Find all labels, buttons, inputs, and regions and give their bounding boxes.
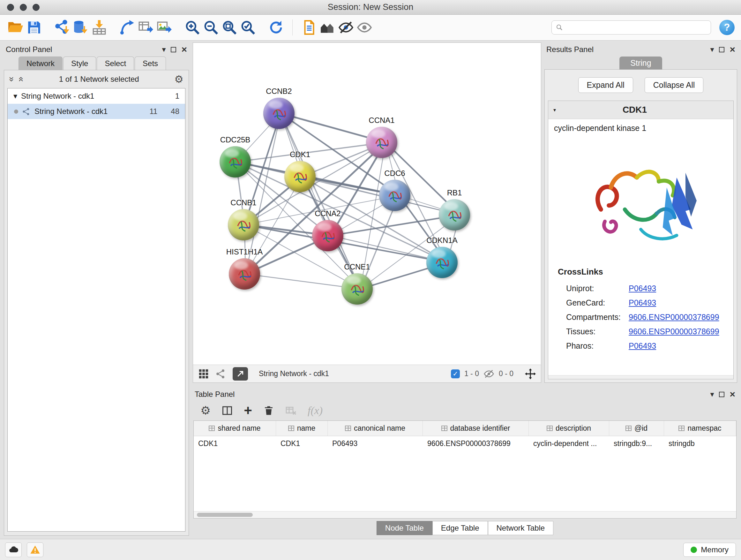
gear-icon[interactable]: ⚙ [174, 74, 184, 84]
birdseye-grid-icon[interactable] [198, 368, 209, 379]
expand-all-button[interactable]: Expand All [578, 77, 633, 93]
hidden-eye-slash-icon[interactable] [483, 368, 494, 379]
export-network-button[interactable] [118, 18, 137, 37]
column-header-namespac[interactable]: namespac [664, 421, 736, 436]
memory-button[interactable]: Memory [683, 543, 736, 557]
zoom-selected-button[interactable] [239, 18, 257, 37]
node-ccna2[interactable] [312, 220, 343, 251]
node-hist1h1a[interactable] [229, 258, 260, 290]
hide-selected-button[interactable] [337, 18, 355, 37]
collapse-all-icon[interactable]: » [7, 77, 16, 82]
table-cell[interactable]: cyclin-dependent ... [529, 436, 609, 451]
close-window-button[interactable] [7, 4, 14, 11]
network-row-selected[interactable]: String Network - cdk1 11 48 [8, 104, 185, 119]
crosslink-link[interactable]: P06493 [629, 341, 656, 351]
table-cell[interactable]: CDK1 [276, 436, 328, 451]
table-row[interactable]: CDK1CDK1P064939606.ENSP00000378699cyclin… [194, 436, 736, 451]
tab-network-table[interactable]: Network Table [488, 521, 554, 535]
node-cdc6[interactable] [379, 180, 410, 211]
string-home-button[interactable] [318, 18, 337, 37]
open-session-button[interactable] [6, 18, 25, 37]
search-input[interactable] [566, 23, 707, 32]
zoom-window-button[interactable] [32, 4, 40, 11]
zoom-out-button[interactable] [202, 18, 220, 37]
tab-select[interactable]: Select [97, 57, 134, 70]
crosslink-link[interactable]: P06493 [629, 298, 656, 307]
panel-float-icon[interactable] [719, 392, 724, 397]
tab-string[interactable]: String [619, 57, 662, 70]
open-external-button[interactable] [232, 367, 248, 381]
apply-layout-button[interactable] [267, 18, 285, 37]
delete-column-trash-icon[interactable] [263, 405, 274, 416]
tab-node-table[interactable]: Node Table [377, 521, 432, 535]
column-header-canonical-name[interactable]: canonical name [328, 421, 423, 436]
node-ccna1[interactable] [366, 127, 397, 158]
pan-crosshair-icon[interactable] [525, 368, 536, 379]
column-header-database-identifier[interactable]: database identifier [423, 421, 529, 436]
results-scrollbar[interactable] [548, 375, 733, 379]
zoom-fit-button[interactable] [220, 18, 239, 37]
cloud-status-button[interactable] [5, 543, 22, 557]
help-button[interactable]: ? [719, 20, 735, 35]
panel-float-icon[interactable] [719, 47, 724, 52]
column-header--id[interactable]: @id [609, 421, 664, 436]
protein-structure-thumb [318, 226, 337, 245]
expander-icon[interactable]: ▾ [13, 91, 17, 101]
panel-menu-icon[interactable]: ▾ [710, 390, 714, 398]
expand-all-icon[interactable]: « [17, 77, 25, 82]
import-network-file-button[interactable] [53, 18, 71, 37]
selected-checkbox-icon[interactable]: ✓ [451, 369, 460, 378]
crosslink-row: GeneCard:P06493 [558, 296, 733, 310]
scrollbar-thumb[interactable] [197, 513, 253, 517]
table-cell[interactable]: stringdb:9... [609, 436, 664, 451]
panel-menu-icon[interactable]: ▾ [710, 46, 714, 53]
panel-close-icon[interactable]: × [181, 45, 187, 54]
zoom-in-button[interactable] [183, 18, 202, 37]
tab-sets[interactable]: Sets [135, 57, 166, 70]
panel-close-icon[interactable]: × [730, 45, 735, 54]
node-cdc25b[interactable] [219, 146, 251, 178]
crosslink-link[interactable]: 9606.ENSP00000378699 [629, 313, 719, 322]
gene-expander-icon[interactable]: ▾ [553, 107, 556, 113]
table-cell[interactable]: CDK1 [194, 436, 276, 451]
panel-close-icon[interactable]: × [730, 389, 735, 399]
crosslink-link[interactable]: P06493 [629, 284, 656, 293]
minimize-window-button[interactable] [20, 4, 27, 11]
copy-document-button[interactable] [300, 18, 318, 37]
table-cell[interactable]: P06493 [328, 436, 423, 451]
column-header-name[interactable]: name [276, 421, 328, 436]
node-label-ccne1: CCNE1 [325, 262, 389, 271]
table-cell[interactable]: stringdb [664, 436, 736, 451]
search-box[interactable] [551, 20, 711, 35]
table-cell[interactable]: 9606.ENSP00000378699 [423, 436, 529, 451]
column-header-shared-name[interactable]: shared name [194, 421, 276, 436]
share-network-icon[interactable] [215, 368, 226, 379]
node-rb1[interactable] [439, 199, 470, 231]
crosslink-link[interactable]: 9606.ENSP00000378699 [629, 327, 719, 336]
node-ccne1[interactable] [341, 273, 373, 305]
show-all-button[interactable] [355, 18, 374, 37]
table-horizontal-scrollbar[interactable] [194, 511, 736, 518]
warnings-button[interactable] [27, 543, 44, 557]
network-graph[interactable]: CDK1CCNB1CCNB2CCNA1CCNA2CCNE1CDC25BCDC6R… [193, 43, 541, 365]
export-table-button[interactable] [137, 18, 155, 37]
panel-float-icon[interactable] [171, 47, 176, 52]
add-column-icon[interactable]: + [244, 405, 252, 416]
columns-icon[interactable] [221, 405, 233, 416]
panel-menu-icon[interactable]: ▾ [162, 46, 165, 53]
network-collection-row[interactable]: ▾ String Network - cdk1 1 [8, 88, 185, 104]
node-ccnb1[interactable] [228, 209, 259, 240]
column-header-description[interactable]: description [529, 421, 609, 436]
tab-network[interactable]: Network [18, 57, 63, 70]
import-network-database-button[interactable] [71, 18, 90, 37]
node-cdkn1a[interactable] [426, 247, 458, 278]
tab-style[interactable]: Style [63, 57, 96, 70]
table-settings-gear-icon[interactable]: ⚙ [200, 405, 211, 416]
node-cdk1[interactable] [284, 161, 316, 192]
tab-edge-table[interactable]: Edge Table [432, 521, 488, 535]
node-ccnb2[interactable] [263, 98, 294, 129]
collapse-all-button[interactable]: Collapse All [645, 77, 704, 93]
save-session-button[interactable] [25, 18, 44, 37]
import-table-button[interactable] [90, 18, 109, 37]
export-image-button[interactable] [155, 18, 174, 37]
